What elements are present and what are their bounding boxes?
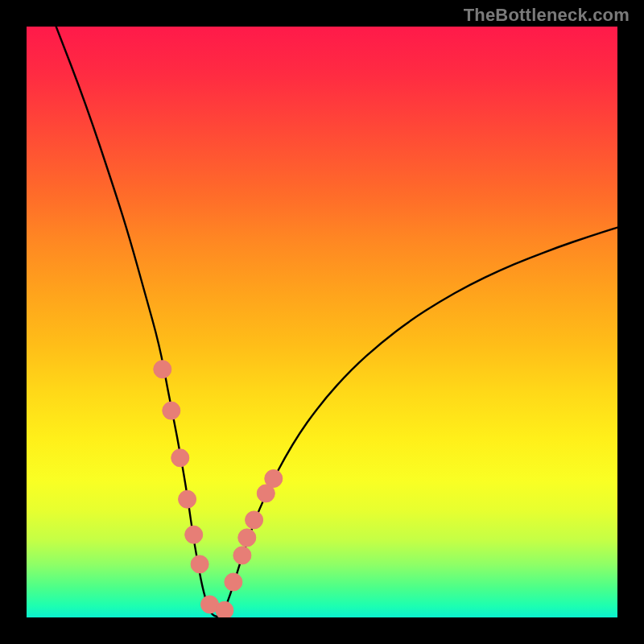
highlight-markers [154, 361, 283, 617]
marker-dot [185, 526, 203, 543]
plot-svg [27, 27, 617, 617]
marker-dot [246, 511, 263, 529]
marker-dot [233, 547, 251, 564]
marker-dot [238, 529, 256, 547]
plot-area [27, 27, 617, 617]
marker-dot [191, 555, 208, 573]
marker-dot [171, 449, 189, 467]
marker-dot [163, 402, 180, 419]
marker-dot [179, 490, 196, 508]
bottleneck-curve [56, 27, 617, 617]
chart-frame: TheBottleneck.com [0, 0, 644, 644]
marker-dot [265, 470, 283, 488]
marker-dot [225, 573, 242, 591]
marker-dot [154, 361, 171, 378]
watermark-text: TheBottleneck.com [464, 5, 630, 26]
marker-dot [216, 601, 233, 617]
